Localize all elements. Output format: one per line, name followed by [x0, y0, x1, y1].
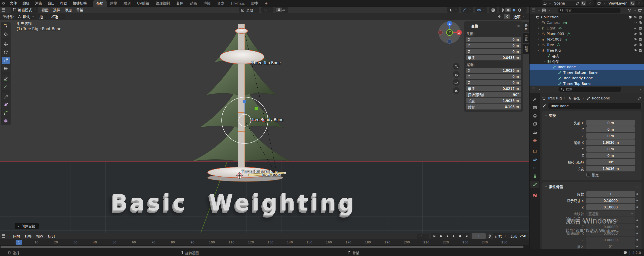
- editor-type-icon[interactable]: [532, 8, 536, 12]
- decorator-dot[interactable]: ●: [635, 193, 639, 195]
- workspace-tab-8[interactable]: 合成: [214, 0, 227, 7]
- property-field[interactable]: 0.00000: [586, 237, 635, 243]
- options-dropdown[interactable]: 选项: [512, 14, 527, 19]
- prev-keyframe-button[interactable]: [437, 234, 444, 239]
- properties-tab-scene[interactable]: [530, 128, 539, 136]
- decorator-dot[interactable]: ●: [635, 239, 639, 241]
- properties-tab-bone[interactable]: [530, 181, 539, 188]
- workspace-tab-3[interactable]: UV编辑: [134, 0, 152, 7]
- viewport-canvas[interactable]: Z X -Y 用户透视 (1) Tree Rig : Root Bone Thr…: [0, 20, 529, 233]
- outliner-row[interactable]: Light: [530, 25, 644, 31]
- camera-render-icon[interactable]: [638, 26, 642, 30]
- workspace-tab-1[interactable]: 建模: [107, 0, 120, 7]
- property-field[interactable]: 90°: [586, 159, 635, 165]
- npanel-field-0-0[interactable]: X0 m: [466, 37, 521, 42]
- eye-icon[interactable]: [633, 49, 637, 52]
- viewport-menu-3[interactable]: 骨架: [74, 7, 86, 12]
- npanel-field-1-6[interactable]: 封套0.108 m: [466, 104, 521, 109]
- clock-icon[interactable]: [487, 234, 491, 238]
- topbar-menu-2[interactable]: 渲染: [32, 0, 45, 7]
- search-input[interactable]: [566, 87, 619, 91]
- mode-dropdown[interactable]: 编辑模式: [11, 7, 38, 13]
- lock-checkbox[interactable]: [586, 173, 590, 176]
- bend-tool[interactable]: [2, 109, 10, 117]
- property-field[interactable]: 0 m: [586, 133, 635, 139]
- new-scene-button[interactable]: [581, 1, 586, 6]
- property-field[interactable]: 0 m: [586, 120, 635, 126]
- npanel-field-0-2[interactable]: Z0 m: [466, 49, 521, 54]
- new-viewlayer-button[interactable]: [630, 1, 635, 6]
- drag-button[interactable]: 拖...: [38, 14, 48, 19]
- workspace-tab-11[interactable]: +: [262, 0, 271, 7]
- outliner-row[interactable]: Plane.003: [530, 31, 644, 36]
- gizmos-dropdown[interactable]: [461, 7, 473, 13]
- play-button[interactable]: [451, 234, 457, 239]
- camera-render-icon[interactable]: [638, 32, 642, 35]
- navigation-gizmo[interactable]: Z X -Y: [438, 21, 462, 44]
- operator-panel[interactable]: ▸ 创建父级: [15, 223, 39, 229]
- tweak-select-tool[interactable]: [2, 22, 10, 30]
- property-field[interactable]: 0 m: [586, 153, 635, 158]
- outliner-row[interactable]: Tree Bendy Bone: [530, 75, 644, 81]
- material-preview-icon[interactable]: [511, 8, 517, 12]
- properties-tab-render[interactable]: [530, 103, 539, 111]
- workspace-tab-4[interactable]: 纹理绘制: [152, 0, 173, 7]
- playhead[interactable]: 1: [16, 240, 22, 245]
- delete-scene-button[interactable]: [587, 1, 592, 6]
- transform-tool[interactable]: [2, 65, 10, 72]
- panel-header[interactable]: 柔性骨骼 ::::: [544, 184, 639, 191]
- outliner-row[interactable]: Camera: [530, 20, 644, 25]
- xray-toggle[interactable]: [489, 7, 497, 13]
- envelope-disc-top[interactable]: [235, 28, 248, 33]
- property-field[interactable]: 0.00000: [586, 217, 635, 223]
- scale-tool[interactable]: [2, 57, 10, 64]
- timeline-menu-3[interactable]: 标记: [46, 234, 57, 239]
- viewlayer-selector[interactable]: ViewLayer: [596, 1, 642, 6]
- properties-tab-object-data[interactable]: [530, 172, 539, 180]
- root-bone-tail[interactable]: [284, 172, 286, 174]
- select-mode-dropdown[interactable]: 框选: [50, 14, 65, 19]
- pivot-point-dropdown[interactable]: [261, 7, 273, 13]
- npanel-field-1-0[interactable]: X1.9036 m: [466, 68, 521, 73]
- workspace-tab-10[interactable]: 脚本: [248, 0, 262, 7]
- pin-icon[interactable]: [638, 96, 641, 100]
- primitive-tool[interactable]: [2, 117, 10, 125]
- delete-viewlayer-button[interactable]: [636, 1, 641, 6]
- workspace-tab-2[interactable]: 雕刻: [120, 0, 134, 7]
- breadcrumb-item-2[interactable]: Root Bone: [592, 96, 610, 100]
- filter-icon[interactable]: [628, 8, 632, 12]
- outliner-row[interactable]: Three Top Bone: [530, 81, 644, 86]
- eye-icon[interactable]: [633, 38, 637, 41]
- display-mode-icon[interactable]: [542, 8, 546, 12]
- npanel-field-1-5[interactable]: 长度1.9036 m: [466, 98, 521, 103]
- properties-tab-object[interactable]: [530, 148, 539, 155]
- end-value[interactable]: 250: [519, 234, 526, 238]
- property-field[interactable]: 0.00000: [586, 224, 635, 230]
- property-field[interactable]: 0.00000: [586, 230, 635, 236]
- measure-tool[interactable]: [2, 83, 10, 90]
- npanel-field-1-1[interactable]: Y0 m: [466, 74, 521, 79]
- decorator-dot[interactable]: ●: [635, 226, 639, 228]
- decorator-dot[interactable]: ●: [635, 206, 639, 208]
- panel-grip[interactable]: ::::: [515, 25, 520, 27]
- timeline-menu-0[interactable]: 回放: [11, 234, 22, 239]
- rendered-shading-icon[interactable]: [517, 8, 522, 12]
- expander-icon[interactable]: [537, 27, 541, 29]
- camera-render-icon[interactable]: [638, 38, 642, 41]
- gizmo-handle-y[interactable]: [255, 107, 258, 110]
- panel-grip[interactable]: ::::: [635, 185, 639, 188]
- property-field[interactable]: 0°: [586, 243, 635, 249]
- expander-icon[interactable]: [542, 60, 546, 63]
- scene-selector[interactable]: Scene: [542, 1, 593, 6]
- sidebar-tab-1[interactable]: 工具: [523, 33, 529, 43]
- search-input[interactable]: [565, 9, 619, 12]
- timeline-menu-1[interactable]: 插帧: [22, 234, 34, 239]
- pan-button[interactable]: [453, 71, 460, 78]
- topbar-menu-1[interactable]: 编辑: [20, 0, 32, 7]
- expander-icon[interactable]: [537, 49, 541, 52]
- expander-icon[interactable]: [537, 44, 541, 46]
- viewlayer-name[interactable]: ViewLayer: [607, 1, 629, 5]
- next-keyframe-button[interactable]: [457, 234, 463, 239]
- eye-closed-icon[interactable]: [633, 26, 637, 30]
- timeline-ruler[interactable]: 1 10203040506070809010011012013014015016…: [0, 239, 529, 245]
